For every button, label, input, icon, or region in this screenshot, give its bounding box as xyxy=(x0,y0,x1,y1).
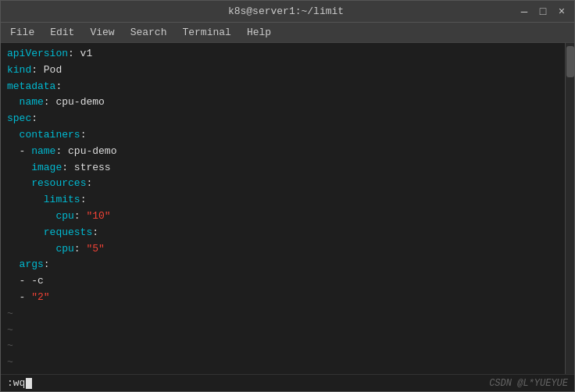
editor-line: containers: xyxy=(7,127,559,144)
editor-line: args: xyxy=(7,257,559,273)
editor-line: cpu: "10" xyxy=(7,208,559,225)
editor-tilde-line: ~ xyxy=(7,371,559,374)
menu-file[interactable]: File xyxy=(4,25,41,40)
menu-bar: File Edit View Search Terminal Help xyxy=(1,23,574,43)
editor-line: image: stress xyxy=(7,160,559,176)
scrollbar[interactable] xyxy=(565,43,574,374)
editor-line: apiVersion: v1 xyxy=(7,46,559,62)
editor-container: apiVersion: v1 kind: Pod metadata: name:… xyxy=(1,43,574,374)
watermark-text: CSDN @L*YUEYUE xyxy=(489,378,568,389)
editor-line: - "2" xyxy=(7,290,559,306)
command-text: :wq xyxy=(7,377,25,389)
editor-tilde-line: ~ xyxy=(7,323,559,339)
editor-tilde-line: ~ xyxy=(7,306,559,323)
editor-line: cpu: "5" xyxy=(7,241,559,258)
menu-view[interactable]: View xyxy=(84,25,120,40)
menu-terminal[interactable]: Terminal xyxy=(176,25,237,40)
editor-line: limits: xyxy=(7,192,559,208)
editor-line: kind: Pod xyxy=(7,62,559,79)
command-line: :wq xyxy=(7,377,32,389)
cursor-block xyxy=(26,378,32,389)
close-button[interactable]: × xyxy=(555,5,568,18)
menu-search[interactable]: Search xyxy=(124,25,173,40)
editor-line: resources: xyxy=(7,176,559,192)
editor-line: name: cpu-demo xyxy=(7,94,559,111)
editor-line: metadata: xyxy=(7,79,559,95)
title-bar: k8s@server1:~/limit — □ × xyxy=(1,1,574,23)
editor-line: - name: cpu-demo xyxy=(7,144,559,160)
editor-content[interactable]: apiVersion: v1 kind: Pod metadata: name:… xyxy=(1,43,565,374)
status-bar: :wq CSDN @L*YUEYUE xyxy=(1,374,574,391)
editor-line: - -c xyxy=(7,273,559,290)
scrollbar-thumb[interactable] xyxy=(566,46,574,77)
terminal-window: k8s@server1:~/limit — □ × File Edit View… xyxy=(0,0,575,392)
menu-help[interactable]: Help xyxy=(241,25,277,40)
maximize-button[interactable]: □ xyxy=(537,5,549,18)
menu-edit[interactable]: Edit xyxy=(44,25,80,40)
minimize-button[interactable]: — xyxy=(518,5,530,18)
editor-line: requests: xyxy=(7,225,559,241)
window-title: k8s@server1:~/limit xyxy=(54,5,518,17)
editor-tilde-line: ~ xyxy=(7,338,559,355)
editor-tilde-line: ~ xyxy=(7,355,559,371)
editor-line: spec: xyxy=(7,111,559,127)
window-controls: — □ × xyxy=(518,5,568,18)
